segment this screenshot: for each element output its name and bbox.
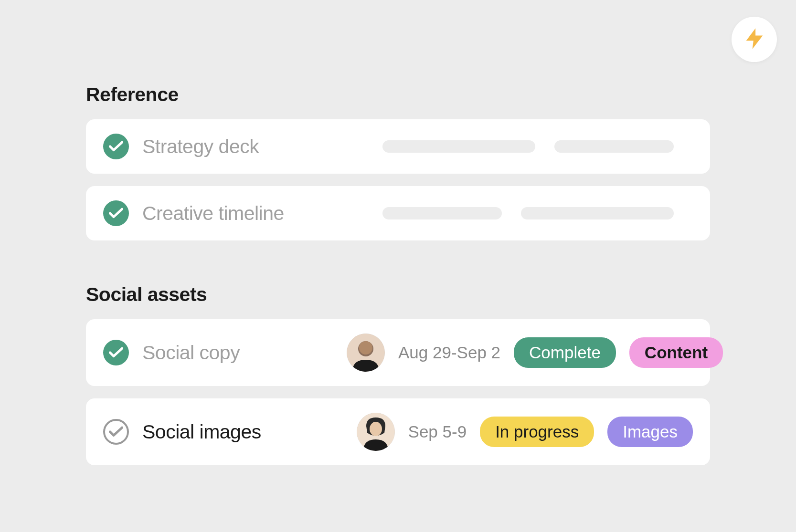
section-social-assets: Social assets Social copy Aug 29-	[86, 283, 710, 465]
svg-point-4	[370, 422, 382, 436]
task-row[interactable]: Social images Sep 5-9 In progress Images	[86, 398, 710, 465]
check-complete-icon[interactable]	[103, 200, 129, 226]
check-complete-icon[interactable]	[103, 340, 129, 365]
assignee-avatar[interactable]	[347, 334, 385, 372]
task-metadata-placeholder	[382, 207, 693, 219]
placeholder-bar	[382, 207, 502, 219]
tag-pill-images[interactable]: Images	[607, 417, 693, 447]
assignee-avatar[interactable]	[357, 413, 395, 451]
check-pending-icon[interactable]	[103, 419, 129, 445]
task-row[interactable]: Strategy deck	[86, 119, 710, 174]
svg-point-2	[359, 341, 372, 355]
task-row[interactable]: Social copy Aug 29-Sep 2 Complete Conten…	[86, 319, 710, 386]
status-pill-inprogress[interactable]: In progress	[480, 417, 594, 447]
task-title: Social copy	[142, 342, 333, 364]
task-date-range: Sep 5-9	[408, 422, 467, 441]
check-complete-icon[interactable]	[103, 134, 129, 159]
task-row[interactable]: Creative timeline	[86, 186, 710, 240]
tag-pill-content[interactable]: Content	[629, 337, 723, 368]
placeholder-bar	[521, 207, 674, 219]
task-date-range: Aug 29-Sep 2	[398, 343, 500, 362]
section-reference: Reference Strategy deck Creative timelin…	[86, 83, 710, 240]
task-title: Creative timeline	[142, 202, 333, 225]
section-title: Reference	[86, 83, 710, 106]
placeholder-bar	[554, 140, 674, 153]
task-metadata-placeholder	[382, 140, 693, 153]
automation-action-button[interactable]	[732, 17, 777, 62]
section-title: Social assets	[86, 283, 710, 306]
status-pill-complete[interactable]: Complete	[514, 337, 616, 368]
placeholder-bar	[382, 140, 535, 153]
task-title: Social images	[142, 421, 333, 443]
task-title: Strategy deck	[142, 136, 333, 158]
lightning-bolt-icon	[742, 26, 767, 53]
